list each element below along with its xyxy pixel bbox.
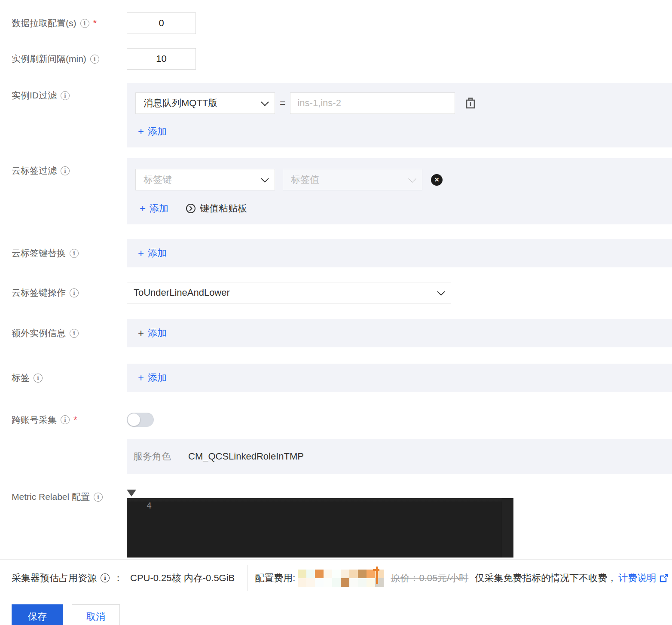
remove-tag-filter-button[interactable] bbox=[431, 174, 443, 186]
product-select[interactable]: 消息队列MQTT版 bbox=[135, 92, 275, 114]
info-icon[interactable] bbox=[90, 55, 99, 64]
editor-minimap[interactable] bbox=[502, 498, 513, 558]
form-row-extra-instance-info: 额外实例信息 + 添加 bbox=[0, 319, 672, 347]
data-pull-input[interactable] bbox=[127, 12, 196, 34]
tag-value-select[interactable]: 标签值 bbox=[283, 169, 422, 190]
info-icon[interactable] bbox=[94, 493, 103, 502]
add-tag-link[interactable]: + 添加 bbox=[138, 371, 167, 384]
mosaic-cell bbox=[367, 578, 375, 587]
mosaic-cell bbox=[298, 578, 306, 587]
plus-icon: + bbox=[138, 248, 144, 258]
form-row-metric-relabel: Metric Relabel 配置 4 bbox=[0, 490, 672, 558]
form-row-tag-key-operation: 云标签键操作 ToUnderLineAndLower bbox=[0, 282, 672, 303]
metric-relabel-label: Metric Relabel 配置 bbox=[12, 491, 90, 503]
resource-estimate: 采集器预估占用资源 ： CPU-0.25核 内存-0.5GiB bbox=[12, 572, 235, 585]
tag-key-operation-value: ToUnderLineAndLower bbox=[134, 287, 230, 298]
mosaic-cell bbox=[349, 578, 358, 587]
chevron-down-icon bbox=[261, 175, 269, 182]
censored-price-mosaic bbox=[298, 570, 384, 587]
mosaic-cell bbox=[324, 578, 332, 587]
form-row-refresh-interval: 实例刷新间隔(min) bbox=[0, 48, 672, 70]
form-row-cross-account: 跨账号采集 * bbox=[0, 413, 672, 429]
refresh-interval-input[interactable] bbox=[127, 48, 196, 70]
info-icon[interactable] bbox=[61, 166, 70, 175]
info-icon[interactable] bbox=[70, 329, 79, 338]
chevron-down-icon bbox=[261, 98, 269, 106]
fee-note: 仅采集免费指标的情况下不收费， bbox=[475, 572, 617, 585]
form-row-data-pull: 数据拉取配置(s) * bbox=[0, 12, 672, 34]
fee-info: 配置费用: 原价：0.05元/小时 仅采集免费指标的情况下不收费， 计费说明 bbox=[255, 570, 669, 587]
info-icon[interactable] bbox=[101, 573, 110, 582]
form-row-tags: 标签 + 添加 bbox=[0, 364, 672, 392]
editor-line-number: 4 bbox=[147, 500, 152, 511]
add-tag-key-replace-link[interactable]: + 添加 bbox=[138, 247, 167, 260]
mosaic-cell bbox=[341, 578, 349, 587]
vertical-divider bbox=[247, 565, 248, 591]
cross-account-toggle[interactable] bbox=[127, 413, 154, 427]
plus-icon: + bbox=[138, 373, 144, 383]
form-row-service-role: 服务角色 CM_QCSLinkedRoleInTMP bbox=[0, 439, 672, 474]
circle-chevron-right-icon bbox=[186, 203, 196, 214]
key-value-pasteboard-link[interactable]: 键值粘贴板 bbox=[186, 202, 247, 215]
info-icon[interactable] bbox=[61, 415, 70, 424]
save-button[interactable]: 保存 bbox=[12, 604, 63, 625]
info-icon[interactable] bbox=[34, 374, 43, 383]
plus-icon: + bbox=[138, 328, 144, 338]
form-row-tag-key-replace: 云标签键替换 + 添加 bbox=[0, 239, 672, 267]
delete-filter-button[interactable] bbox=[464, 97, 477, 110]
billing-description-link[interactable]: 计费说明 bbox=[618, 572, 669, 585]
tags-label: 标签 bbox=[12, 372, 30, 384]
mosaic-cell bbox=[332, 578, 341, 587]
tag-key-select[interactable]: 标签键 bbox=[135, 169, 275, 190]
tag-filter-label: 云标签过滤 bbox=[12, 165, 57, 177]
mosaic-cell bbox=[306, 578, 315, 587]
tag-key-operation-label: 云标签键操作 bbox=[12, 287, 66, 299]
add-label: 添加 bbox=[148, 327, 167, 340]
instance-filter-label: 实例ID过滤 bbox=[12, 89, 57, 101]
trash-icon bbox=[465, 97, 476, 109]
add-label: 添加 bbox=[148, 371, 167, 384]
tag-value-placeholder: 标签值 bbox=[291, 173, 319, 186]
mosaic-cell bbox=[341, 570, 349, 578]
original-price: 原价：0.05元/小时 bbox=[391, 572, 468, 585]
metric-relabel-code-editor[interactable]: 4 bbox=[127, 498, 513, 558]
mosaic-cell bbox=[306, 570, 315, 578]
cancel-button[interactable]: 取消 bbox=[72, 604, 120, 625]
add-label: 添加 bbox=[148, 125, 167, 138]
form-row-cloud-tag-filter: 云标签过滤 标签键 标签值 + 添加 键 bbox=[0, 158, 672, 224]
service-role-label: 服务角色 bbox=[133, 450, 171, 463]
info-icon[interactable] bbox=[70, 249, 79, 258]
info-icon[interactable] bbox=[70, 288, 79, 297]
product-select-value: 消息队列MQTT版 bbox=[144, 97, 217, 110]
resource-label: 采集器预估占用资源 bbox=[12, 572, 97, 585]
plus-icon: + bbox=[138, 126, 144, 137]
info-icon[interactable] bbox=[61, 91, 70, 100]
tag-key-operation-select[interactable]: ToUnderLineAndLower bbox=[127, 282, 451, 303]
toggle-knob bbox=[128, 414, 140, 426]
mosaic-cell bbox=[298, 570, 306, 578]
pasteboard-label: 键值粘贴板 bbox=[200, 202, 247, 215]
info-icon[interactable] bbox=[80, 19, 89, 28]
form-row-instance-id-filter: 实例ID过滤 消息队列MQTT版 = + 添加 bbox=[0, 83, 672, 147]
fee-label: 配置费用: bbox=[255, 572, 295, 585]
add-label: 添加 bbox=[148, 247, 167, 260]
tag-key-placeholder: 标签键 bbox=[144, 173, 172, 186]
mosaic-cell bbox=[315, 578, 324, 587]
mosaic-cell bbox=[358, 570, 367, 578]
billing-link-label: 计费说明 bbox=[618, 572, 656, 585]
mosaic-cell bbox=[332, 570, 341, 578]
data-pull-label: 数据拉取配置(s) bbox=[12, 17, 76, 29]
collapse-triangle-icon[interactable] bbox=[127, 490, 136, 496]
extra-instance-info-label: 额外实例信息 bbox=[12, 327, 66, 339]
add-extra-instance-info-link[interactable]: + 添加 bbox=[138, 327, 167, 340]
mosaic-cell bbox=[315, 570, 324, 578]
instance-id-input[interactable] bbox=[290, 92, 455, 114]
add-instance-filter-link[interactable]: + 添加 bbox=[138, 125, 167, 138]
footer-bar: 采集器预估占用资源 ： CPU-0.25核 内存-0.5GiB 配置费用: 原价… bbox=[0, 559, 672, 596]
chevron-down-icon bbox=[408, 175, 416, 182]
required-marker: * bbox=[93, 18, 97, 28]
equals-sign: = bbox=[280, 98, 285, 109]
orange-marker-icon bbox=[373, 569, 379, 571]
add-tag-filter-link[interactable]: + 添加 bbox=[140, 202, 168, 215]
chevron-down-icon bbox=[437, 288, 445, 295]
